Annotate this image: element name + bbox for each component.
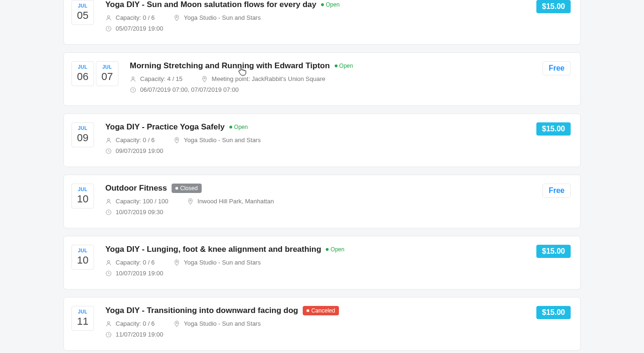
- title-row: Yoga DIY - Lunging, foot & knee alignmen…: [105, 245, 527, 254]
- capacity-item: Capacity: 0 / 6: [105, 320, 155, 327]
- date-month: JUL: [72, 64, 94, 70]
- capacity-item: Capacity: 4 / 15: [130, 75, 182, 82]
- meta-row: Capacity: 0 / 6Yoga Studio - Sun and Sta…: [105, 320, 527, 327]
- price-column: Free: [542, 61, 571, 75]
- title-row: Yoga DIY - Practice Yoga SafelyOpen: [105, 122, 527, 132]
- event-card[interactable]: JUL11Yoga DIY - Transitioning into downw…: [63, 297, 581, 351]
- location-pin-icon: [187, 198, 194, 205]
- title-row: Morning Stretching and Running with Edwa…: [130, 61, 533, 71]
- event-main: Outdoor FitnessClosedCapacity: 100 / 100…: [105, 184, 533, 219]
- datetime-row: 09/07/2019 19:00: [105, 147, 527, 154]
- clock-icon: [130, 87, 136, 93]
- status-dot-icon: [321, 3, 324, 6]
- status-dot-icon: [335, 64, 338, 67]
- datetime-item: 05/07/2019 19:00: [105, 25, 163, 32]
- event-main: Yoga DIY - Practice Yoga SafelyOpenCapac…: [105, 122, 527, 158]
- date-month: JUL: [96, 64, 118, 70]
- clock-icon: [105, 331, 112, 338]
- svg-point-0: [108, 16, 110, 18]
- price-badge: $15.00: [536, 0, 571, 13]
- date-badge: JUL10: [71, 184, 94, 209]
- datetime-row: 05/07/2019 19:00: [105, 25, 527, 32]
- event-card[interactable]: JUL06JUL07Morning Stretching and Running…: [63, 52, 581, 106]
- clock-icon: [105, 148, 112, 154]
- svg-point-12: [108, 260, 110, 263]
- date-column: JUL05: [71, 0, 94, 25]
- event-title[interactable]: Morning Stretching and Running with Edwa…: [130, 61, 330, 71]
- datetime-text: 10/07/2019 19:00: [116, 270, 163, 277]
- location-text: Yoga Studio - Sun and Stars: [184, 320, 261, 327]
- event-card[interactable]: JUL10Yoga DIY - Lunging, foot & knee ali…: [63, 236, 581, 289]
- date-column: JUL09: [71, 122, 94, 147]
- clock-icon: [105, 209, 112, 216]
- datetime-item: 10/07/2019 09:30: [105, 209, 163, 216]
- location-item: Yoga Studio - Sun and Stars: [173, 259, 261, 266]
- svg-point-10: [190, 200, 191, 201]
- price-column: $15.00: [536, 245, 571, 258]
- location-item: Yoga Studio - Sun and Stars: [173, 14, 261, 21]
- status-badge: Open: [335, 62, 353, 70]
- person-icon: [130, 76, 136, 82]
- date-badge: JUL07: [96, 61, 118, 86]
- price-badge: $15.00: [536, 122, 571, 136]
- price-badge: Free: [542, 61, 571, 75]
- svg-point-7: [176, 138, 178, 140]
- location-pin-icon: [173, 259, 180, 266]
- location-pin-icon: [173, 321, 180, 327]
- date-month: JUL: [72, 126, 94, 131]
- datetime-text: 11/07/2019 19:00: [116, 331, 163, 338]
- status-label: Open: [330, 246, 344, 253]
- date-column: JUL06JUL07: [71, 61, 118, 86]
- event-title[interactable]: Outdoor Fitness: [105, 184, 167, 193]
- location-text: Meeting point: JackRabbit's Union Square: [212, 75, 325, 82]
- svg-point-13: [176, 261, 178, 262]
- event-title[interactable]: Yoga DIY - Lunging, foot & knee alignmen…: [105, 245, 321, 254]
- datetime-text: 09/07/2019 19:00: [116, 147, 163, 154]
- event-card[interactable]: JUL09Yoga DIY - Practice Yoga SafelyOpen…: [63, 113, 581, 167]
- clock-icon: [105, 25, 112, 32]
- event-main: Yoga DIY - Sun and Moon salutation flows…: [105, 0, 527, 36]
- date-month: JUL: [72, 309, 94, 314]
- status-label: Canceled: [311, 307, 335, 314]
- price-column: $15.00: [536, 306, 571, 319]
- price-badge: Free: [542, 184, 571, 198]
- location-pin-icon: [173, 137, 180, 144]
- date-badge: JUL06: [71, 61, 94, 86]
- status-dot-icon: [175, 187, 178, 190]
- status-badge: Open: [321, 0, 339, 9]
- capacity-item: Capacity: 0 / 6: [105, 14, 155, 21]
- location-item: Meeting point: JackRabbit's Union Square: [201, 75, 325, 82]
- event-card[interactable]: JUL05Yoga DIY - Sun and Moon salutation …: [63, 0, 581, 45]
- event-card[interactable]: JUL10Outdoor FitnessClosedCapacity: 100 …: [63, 175, 581, 228]
- status-label: Open: [326, 1, 339, 8]
- status-dot-icon: [229, 126, 232, 128]
- status-dot-icon: [326, 248, 329, 251]
- date-month: JUL: [72, 3, 94, 8]
- status-badge: Closed: [172, 184, 201, 193]
- price-badge: $15.00: [536, 245, 571, 258]
- event-title[interactable]: Yoga DIY - Sun and Moon salutation flows…: [105, 0, 316, 9]
- datetime-row: 10/07/2019 09:30: [105, 209, 533, 216]
- location-text: Yoga Studio - Sun and Stars: [184, 14, 261, 21]
- status-label: Closed: [180, 185, 197, 192]
- capacity-text: Capacity: 100 / 100: [116, 198, 168, 205]
- capacity-text: Capacity: 0 / 6: [116, 259, 155, 266]
- datetime-item: 06/07/2019 07:00, 07/07/2019 07:00: [130, 86, 239, 93]
- svg-point-15: [108, 321, 110, 324]
- event-title[interactable]: Yoga DIY - Practice Yoga Safely: [105, 122, 225, 132]
- event-main: Yoga DIY - Transitioning into downward f…: [105, 306, 527, 342]
- events-list: JUL05Yoga DIY - Sun and Moon salutation …: [63, 0, 581, 353]
- event-title[interactable]: Yoga DIY - Transitioning into downward f…: [105, 306, 298, 315]
- datetime-text: 06/07/2019 07:00, 07/07/2019 07:00: [140, 86, 239, 93]
- datetime-item: 11/07/2019 19:00: [105, 331, 163, 338]
- price-column: $15.00: [536, 0, 571, 13]
- datetime-row: 06/07/2019 07:00, 07/07/2019 07:00: [130, 86, 533, 93]
- status-badge: Open: [326, 245, 344, 254]
- location-item: Yoga Studio - Sun and Stars: [173, 320, 261, 327]
- price-column: $15.00: [536, 122, 571, 136]
- status-label: Open: [234, 124, 248, 130]
- meta-row: Capacity: 0 / 6Yoga Studio - Sun and Sta…: [105, 14, 527, 21]
- capacity-item: Capacity: 100 / 100: [105, 198, 168, 205]
- capacity-text: Capacity: 0 / 6: [116, 136, 155, 144]
- date-month: JUL: [72, 248, 94, 253]
